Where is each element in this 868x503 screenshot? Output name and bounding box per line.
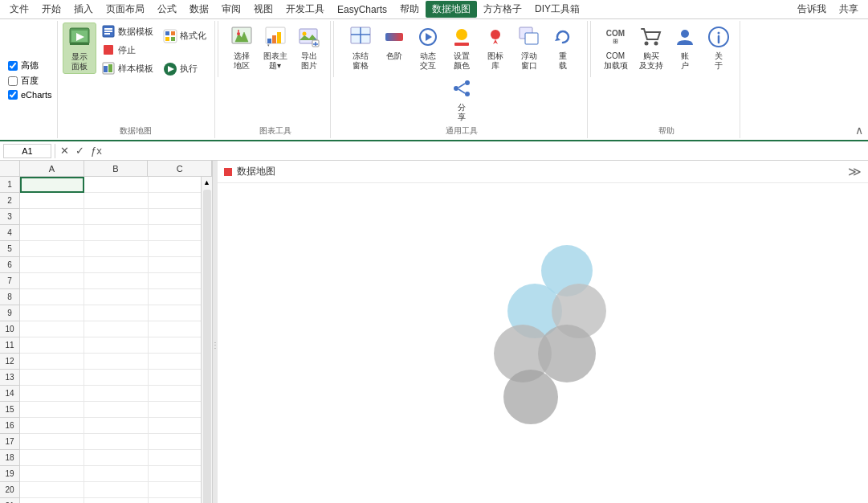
menu-diy[interactable]: DIY工具箱: [528, 1, 586, 18]
menu-data[interactable]: 数据: [183, 1, 215, 18]
grid-cell-13-2[interactable]: [149, 370, 201, 386]
grid-cell-12-0[interactable]: [20, 354, 84, 370]
float-window-button[interactable]: 浮动窗口: [513, 22, 545, 72]
grid-cell-14-1[interactable]: [84, 386, 149, 402]
dynamic-interact-button[interactable]: 动态交互: [412, 22, 444, 72]
grid-cell-19-2[interactable]: [149, 466, 201, 482]
chart-marker-button[interactable]: 图标库: [479, 22, 511, 72]
grid-cell-21-1[interactable]: [84, 498, 149, 503]
scroll-up-button[interactable]: ▲: [202, 177, 212, 188]
menu-help[interactable]: 帮助: [393, 1, 426, 18]
grid-cell-10-2[interactable]: [149, 321, 201, 337]
grid-cell-17-2[interactable]: [149, 434, 201, 450]
show-panel-button[interactable]: 显示面板: [63, 22, 96, 74]
grid-cell-19-0[interactable]: [20, 466, 84, 482]
grid-cell-14-2[interactable]: [149, 386, 201, 402]
grid-cell-19-1[interactable]: [84, 466, 149, 482]
grid-cell-1-0[interactable]: [20, 177, 84, 193]
reload-button[interactable]: 重载: [547, 22, 579, 72]
grid-cell-13-0[interactable]: [20, 370, 84, 386]
grid-cell-8-0[interactable]: [20, 289, 84, 305]
grid-cell-4-1[interactable]: [84, 225, 149, 241]
grid-cell-11-0[interactable]: [20, 337, 84, 354]
about-button[interactable]: 关于: [703, 22, 735, 72]
grid-cell-15-1[interactable]: [84, 402, 149, 418]
grid-cell-3-2[interactable]: [149, 209, 201, 225]
grid-cell-11-1[interactable]: [84, 337, 149, 354]
grid-cell-1-1[interactable]: [84, 177, 149, 193]
grid-cell-10-0[interactable]: [20, 321, 84, 337]
grid-cell-1-2[interactable]: [149, 177, 201, 193]
grid-cell-5-1[interactable]: [84, 241, 149, 257]
grid-cell-17-0[interactable]: [20, 434, 84, 450]
freeze-button[interactable]: 冻结窗格: [344, 22, 377, 72]
menu-view[interactable]: 视图: [247, 1, 279, 18]
collapse-ribbon-button[interactable]: ∧: [854, 122, 865, 138]
grid-cell-18-1[interactable]: [84, 450, 149, 466]
grid-cell-9-2[interactable]: [149, 305, 201, 321]
account-button[interactable]: 账户: [669, 22, 701, 72]
grid-cell-6-0[interactable]: [20, 257, 84, 273]
checkbox-echarts-input[interactable]: [8, 90, 18, 100]
grid-cell-12-1[interactable]: [84, 354, 149, 370]
grid-cell-2-2[interactable]: [149, 193, 201, 209]
grid-cell-20-2[interactable]: [149, 482, 201, 498]
stop-button[interactable]: 停止: [98, 41, 157, 59]
export-image-button[interactable]: 导出图片: [293, 22, 325, 72]
confirm-formula-icon[interactable]: ✓: [74, 145, 86, 157]
grid-cell-12-2[interactable]: [149, 354, 201, 370]
grid-cell-7-2[interactable]: [149, 273, 201, 289]
menu-easycharts[interactable]: EasyCharts: [331, 2, 393, 17]
menu-review[interactable]: 审阅: [215, 1, 247, 18]
chart-theme-button[interactable]: ▾ 图表主题▾: [259, 22, 291, 72]
grid-cell-14-0[interactable]: [20, 386, 84, 402]
grid-cell-2-0[interactable]: [20, 193, 84, 209]
grid-cell-3-0[interactable]: [20, 209, 84, 225]
checkbox-baidu-input[interactable]: [8, 76, 18, 86]
grid-cell-18-2[interactable]: [149, 450, 201, 466]
color-scale-button[interactable]: 色阶: [378, 22, 410, 63]
grid-cell-20-0[interactable]: [20, 482, 84, 498]
format-button[interactable]: 格式化: [160, 22, 210, 49]
menu-ffgz[interactable]: 方方格子: [477, 1, 528, 18]
grid-cell-15-0[interactable]: [20, 402, 84, 418]
cell-reference-box[interactable]: A1: [3, 144, 51, 158]
menu-share[interactable]: 共享: [833, 1, 865, 18]
grid-cell-4-0[interactable]: [20, 225, 84, 241]
grid-cell-16-1[interactable]: [84, 418, 149, 434]
select-region-button[interactable]: 选择地区: [226, 22, 258, 72]
grid-cell-3-1[interactable]: [84, 209, 149, 225]
grid-cell-5-2[interactable]: [149, 241, 201, 257]
menu-tellme[interactable]: 告诉我: [791, 1, 833, 18]
com-addon-button[interactable]: COM ⊞ COM加载项: [598, 22, 634, 72]
checkbox-gaode-input[interactable]: [8, 61, 18, 71]
cancel-formula-icon[interactable]: ✕: [59, 145, 71, 157]
grid-cell-6-2[interactable]: [149, 257, 201, 273]
grid-cell-9-0[interactable]: [20, 305, 84, 321]
checkbox-echarts[interactable]: eCharts: [8, 90, 52, 100]
buy-support-button[interactable]: 购买及支持: [635, 22, 667, 72]
data-template-button[interactable]: 数据模板: [98, 22, 157, 40]
sample-template-button[interactable]: 样本模板: [98, 59, 157, 77]
grid-cell-11-2[interactable]: [149, 337, 201, 354]
grid-cell-8-1[interactable]: [84, 289, 149, 305]
grid-cell-4-2[interactable]: [149, 225, 201, 241]
grid-cell-7-1[interactable]: [84, 273, 149, 289]
menu-start[interactable]: 开始: [35, 1, 67, 18]
grid-cell-21-2[interactable]: [149, 498, 201, 503]
menu-insert[interactable]: 插入: [67, 1, 100, 18]
grid-cell-9-1[interactable]: [84, 305, 149, 321]
formula-input[interactable]: [107, 144, 865, 158]
grid-cell-17-1[interactable]: [84, 434, 149, 450]
insert-function-icon[interactable]: ƒx: [89, 145, 104, 157]
grid-cell-15-2[interactable]: [149, 402, 201, 418]
grid-cell-16-2[interactable]: [149, 418, 201, 434]
grid-cell-5-0[interactable]: [20, 241, 84, 257]
menu-devtools[interactable]: 开发工具: [279, 1, 331, 18]
menu-page-layout[interactable]: 页面布局: [100, 1, 151, 18]
checkbox-baidu[interactable]: 百度: [8, 75, 52, 87]
menu-file[interactable]: 文件: [3, 1, 35, 18]
share-button[interactable]: 分享: [446, 74, 478, 124]
execute-button[interactable]: 执行: [160, 55, 210, 82]
grid-cell-20-1[interactable]: [84, 482, 149, 498]
